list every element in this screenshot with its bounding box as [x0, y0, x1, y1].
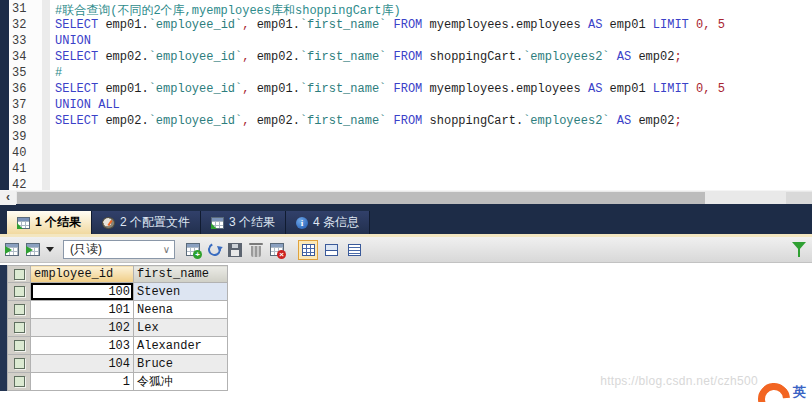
- cell-first-name[interactable]: Steven: [134, 283, 228, 301]
- scroll-left-button[interactable]: ‹: [0, 191, 16, 205]
- table-row: 102Lex: [8, 319, 228, 337]
- row-selector[interactable]: [8, 283, 31, 301]
- tab-results-3[interactable]: 3 个结果: [201, 211, 286, 234]
- result-grid: employee_id first_name 100Steven101Neena…: [7, 265, 228, 391]
- readonly-select[interactable]: (只读) ∨: [63, 240, 175, 259]
- line-number[interactable]: 35: [9, 66, 42, 82]
- sql-code-line[interactable]: [55, 162, 812, 178]
- result-grid-wrapper: employee_id first_name 100Steven101Neena…: [0, 265, 228, 391]
- table-row: 104Bruce: [8, 355, 228, 373]
- dropdown-caret-icon[interactable]: [46, 247, 54, 252]
- text-view-button[interactable]: [344, 240, 364, 260]
- sql-code-line[interactable]: UNION ALL: [55, 98, 812, 114]
- text-view-icon: [348, 244, 361, 256]
- export-grid-icon: [26, 243, 40, 256]
- blog-watermark: https://blog.csdn.net/czh500: [600, 374, 758, 388]
- scrollbar-thumb[interactable]: [17, 192, 705, 204]
- tab-profiler-2[interactable]: 2 个配置文件: [92, 211, 201, 234]
- table-row: 101Neena: [8, 301, 228, 319]
- sql-code-area[interactable]: #联合查询(不同的2个库,myemployees库和shoppingCart库)…: [50, 0, 812, 190]
- cell-employee-id[interactable]: 101: [31, 301, 134, 319]
- sqlyog-window: 313233343536373839404142 #联合查询(不同的2个库,my…: [0, 0, 812, 402]
- result-grid-icon: [17, 217, 30, 229]
- cancel-changes-button[interactable]: ×: [268, 241, 286, 259]
- tab-results-1[interactable]: 1 个结果: [7, 211, 92, 234]
- result-tabbar: 1 个结果 2 个配置文件 3 个结果 i 4 条信息: [0, 211, 812, 234]
- checkbox-icon[interactable]: [14, 358, 25, 369]
- line-number[interactable]: 33: [9, 34, 42, 50]
- sql-code-line[interactable]: #: [55, 66, 812, 82]
- form-view-icon: [325, 244, 338, 256]
- readonly-select-value: (只读): [70, 241, 102, 258]
- line-number[interactable]: 31: [9, 2, 42, 18]
- export-grid-icon: [5, 243, 19, 256]
- line-number[interactable]: 36: [9, 82, 42, 98]
- floppy-save-icon: [228, 243, 242, 257]
- editor-hscrollbar[interactable]: ‹: [0, 190, 812, 204]
- cell-employee-id[interactable]: 104: [31, 355, 134, 373]
- row-selector[interactable]: [8, 373, 31, 391]
- checkbox-icon[interactable]: [14, 376, 25, 387]
- tab-messages-4[interactable]: i 4 条信息: [286, 211, 370, 234]
- sql-code-line[interactable]: UNION: [55, 34, 812, 50]
- add-record-button[interactable]: +: [184, 241, 202, 259]
- cell-employee-id[interactable]: 1: [31, 373, 134, 391]
- cell-employee-id[interactable]: 100: [31, 283, 134, 301]
- cell-first-name[interactable]: Bruce: [134, 355, 228, 373]
- row-selector[interactable]: [8, 337, 31, 355]
- refresh-button[interactable]: [205, 241, 223, 259]
- line-number[interactable]: 39: [9, 130, 42, 146]
- line-number[interactable]: 38: [9, 114, 42, 130]
- export-options-button[interactable]: [24, 241, 42, 259]
- save-changes-button[interactable]: [226, 241, 244, 259]
- info-icon: i: [296, 217, 308, 229]
- result-grid-icon: [211, 217, 224, 229]
- sql-code-line[interactable]: #联合查询(不同的2个库,myemployees库和shoppingCart库): [55, 2, 812, 18]
- checkbox-icon[interactable]: [14, 322, 25, 333]
- sql-code-line[interactable]: [55, 178, 812, 190]
- column-header-employee-id[interactable]: employee_id: [31, 266, 134, 283]
- sql-code-line[interactable]: SELECT emp01.`employee_id`, emp01.`first…: [55, 82, 812, 98]
- profiler-gauge-icon: [102, 217, 115, 229]
- row-selector[interactable]: [8, 319, 31, 337]
- sql-code-line[interactable]: SELECT emp02.`employee_id`, emp02.`first…: [55, 114, 812, 130]
- column-header-first-name[interactable]: first_name: [134, 266, 228, 283]
- result-toolbar: (只读) ∨ + ×: [0, 237, 812, 263]
- sql-code-line[interactable]: SELECT emp02.`employee_id`, emp02.`first…: [55, 50, 812, 66]
- cell-first-name[interactable]: 令狐冲: [134, 373, 228, 391]
- tab-label: 4 条信息: [313, 214, 359, 231]
- sql-code-line[interactable]: [55, 146, 812, 162]
- checkbox-icon[interactable]: [14, 286, 25, 297]
- gutter-separator: [42, 0, 50, 190]
- cell-employee-id[interactable]: 103: [31, 337, 134, 355]
- sql-code-line[interactable]: [55, 130, 812, 146]
- cell-first-name[interactable]: Lex: [134, 319, 228, 337]
- line-number[interactable]: 37: [9, 98, 42, 114]
- plus-icon: +: [193, 250, 202, 259]
- row-selector[interactable]: [8, 355, 31, 373]
- cell-first-name[interactable]: Alexander: [134, 337, 228, 355]
- scroll-right-button[interactable]: [786, 192, 812, 204]
- line-number[interactable]: 41: [9, 162, 42, 178]
- checkbox-icon[interactable]: [14, 304, 25, 315]
- cell-employee-id[interactable]: 102: [31, 319, 134, 337]
- grid-view-icon: [302, 244, 315, 256]
- grid-view-button[interactable]: [298, 240, 318, 260]
- export-data-button[interactable]: [3, 241, 21, 259]
- line-number[interactable]: 32: [9, 18, 42, 34]
- table-row: 1令狐冲: [8, 373, 228, 391]
- checkbox-icon[interactable]: [14, 269, 25, 280]
- select-all-cell[interactable]: [8, 266, 31, 283]
- sql-editor[interactable]: 313233343536373839404142 #联合查询(不同的2个库,my…: [0, 0, 812, 190]
- line-number[interactable]: 40: [9, 146, 42, 162]
- filter-funnel-icon[interactable]: [792, 242, 806, 250]
- row-selector[interactable]: [8, 301, 31, 319]
- delete-record-button[interactable]: [247, 241, 265, 259]
- sql-code-line[interactable]: SELECT emp01.`employee_id`, emp01.`first…: [55, 18, 812, 34]
- line-number[interactable]: 34: [9, 50, 42, 66]
- tab-label: 2 个配置文件: [120, 214, 190, 231]
- cell-first-name[interactable]: Neena: [134, 301, 228, 319]
- checkbox-icon[interactable]: [14, 340, 25, 351]
- form-view-button[interactable]: [321, 240, 341, 260]
- line-number-gutter[interactable]: 313233343536373839404142: [9, 0, 42, 190]
